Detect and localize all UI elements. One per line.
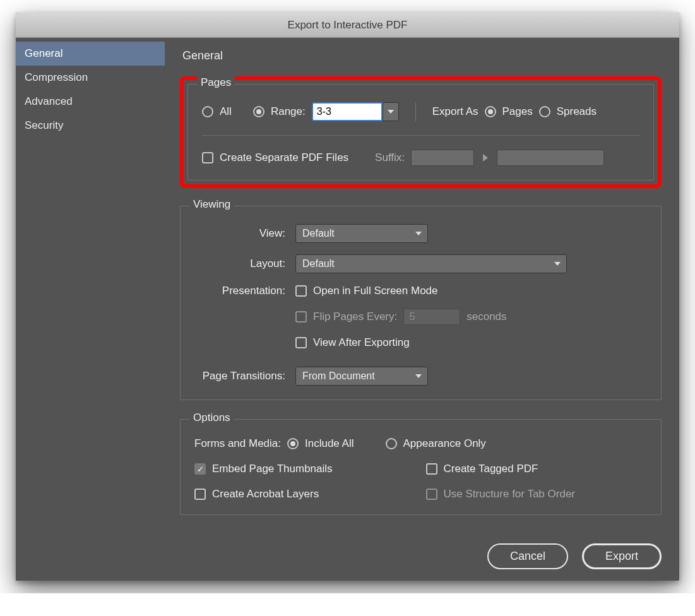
view-value: Default	[296, 228, 410, 239]
fullscreen-checkbox[interactable]	[295, 285, 307, 297]
export-as-spreads-radio[interactable]	[539, 106, 550, 117]
view-after-label: View After Exporting	[313, 336, 410, 349]
chevron-down-icon	[415, 374, 422, 378]
vertical-divider	[415, 102, 416, 121]
pages-all-label: All	[220, 105, 232, 118]
view-label: View:	[194, 227, 289, 240]
view-after-checkbox[interactable]	[295, 337, 307, 348]
tab-order-label: Use Structure for Tab Order	[444, 488, 576, 500]
acrobat-layers-checkbox[interactable]	[194, 489, 206, 500]
chevron-down-icon	[388, 110, 394, 114]
include-all-label: Include All	[305, 437, 354, 450]
create-separate-checkbox[interactable]	[202, 152, 213, 163]
range-input[interactable]	[312, 102, 383, 121]
chevron-down-icon	[415, 232, 422, 235]
create-tagged-checkbox[interactable]	[426, 463, 437, 475]
export-as-spreads-label: Spreads	[557, 105, 597, 118]
pages-range-label: Range:	[271, 105, 306, 118]
category-sidebar: General Compression Advanced Security	[16, 38, 165, 581]
flip-pages-label: Flip Pages Every:	[313, 311, 397, 323]
flip-seconds-suffix: seconds	[466, 311, 506, 323]
create-separate-label: Create Separate PDF Files	[220, 151, 348, 164]
main-panel: General Pages All Range:	[165, 38, 679, 581]
fullscreen-label: Open in Full Screen Mode	[313, 285, 438, 297]
view-select[interactable]: Default	[295, 224, 428, 243]
viewing-legend: Viewing	[189, 198, 234, 211]
flip-seconds-input: 5	[403, 309, 460, 325]
include-all-radio[interactable]	[287, 438, 299, 449]
section-heading: General	[182, 49, 662, 62]
pages-group: Pages All Range: Export As	[187, 84, 654, 181]
export-button[interactable]: Export	[582, 543, 662, 569]
suffix-label: Suffix:	[375, 151, 405, 164]
pages-range-radio[interactable]	[253, 106, 264, 117]
sidebar-item-security[interactable]: Security	[16, 114, 165, 138]
transitions-select[interactable]: From Document	[295, 367, 428, 386]
layout-label: Layout:	[194, 258, 289, 270]
options-legend: Options	[189, 412, 234, 424]
embed-thumbnails-label: Embed Page Thumbnails	[212, 463, 333, 475]
pages-all-radio[interactable]	[202, 106, 213, 117]
window-title: Export to Interactive PDF	[288, 19, 408, 32]
export-as-pages-radio[interactable]	[485, 106, 496, 117]
options-group: Options Forms and Media: Include All App…	[180, 419, 662, 515]
suffix-preview	[497, 150, 604, 166]
pages-highlight-box: Pages All Range: Export As	[180, 76, 662, 188]
sidebar-item-compression[interactable]: Compression	[16, 66, 165, 90]
dialog-buttons: Cancel Export	[487, 543, 662, 569]
sidebar-item-advanced[interactable]: Advanced	[16, 90, 165, 114]
create-tagged-label: Create Tagged PDF	[444, 463, 538, 475]
suffix-input[interactable]	[411, 150, 474, 166]
transitions-value: From Document	[296, 370, 410, 382]
appearance-only-radio[interactable]	[386, 438, 397, 449]
flip-pages-checkbox	[295, 311, 307, 323]
pages-legend: Pages	[197, 76, 235, 89]
cancel-button[interactable]: Cancel	[487, 543, 568, 569]
range-dropdown-button[interactable]	[383, 102, 399, 121]
sidebar-item-general[interactable]: General	[16, 42, 165, 66]
chevron-down-icon	[554, 262, 561, 266]
window-titlebar: Export to Interactive PDF	[16, 13, 679, 38]
embed-thumbnails-checkbox[interactable]	[194, 463, 206, 475]
acrobat-layers-label: Create Acrobat Layers	[212, 488, 319, 500]
export-as-label: Export As	[432, 105, 478, 118]
appearance-only-label: Appearance Only	[403, 437, 486, 450]
tab-order-checkbox	[426, 489, 437, 500]
forms-media-label: Forms and Media:	[194, 437, 281, 450]
presentation-label: Presentation:	[194, 285, 289, 297]
layout-select[interactable]: Default	[295, 254, 567, 273]
layout-value: Default	[296, 258, 549, 270]
transitions-label: Page Transitions:	[194, 370, 289, 382]
viewing-group: Viewing View: Default Layout: Default	[180, 206, 662, 400]
export-dialog: Export to Interactive PDF General Compre…	[16, 13, 679, 581]
triangle-right-icon	[483, 154, 488, 162]
export-as-pages-label: Pages	[502, 105, 533, 118]
